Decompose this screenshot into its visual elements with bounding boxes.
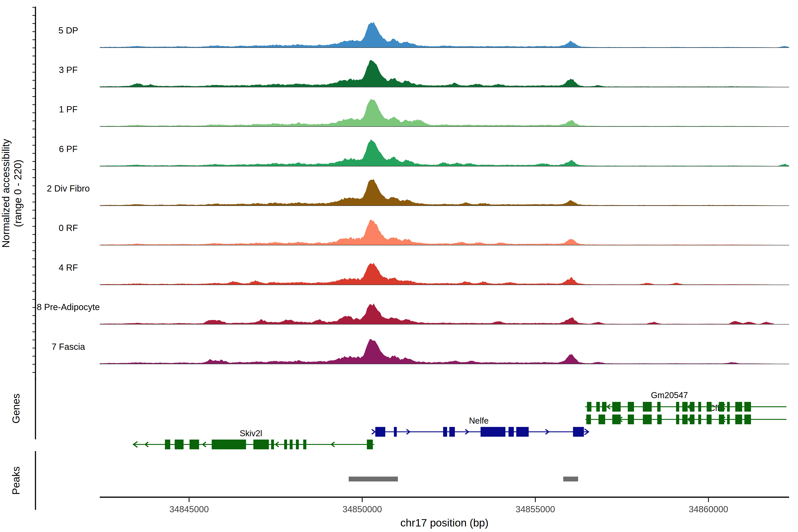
gene-exon-Cfb (586, 415, 591, 424)
x-axis-tick-label: 34855000 (516, 504, 555, 514)
y-axis-label-line1: Normalized accessibility (0, 139, 12, 248)
coverage-plot-figure: 5 DP3 PF1 PF6 PF2 Div Fibro0 RF4 RF8 Pre… (0, 0, 798, 532)
gene-exon-Cfb (657, 415, 662, 424)
gene-exon-Nelfe (509, 427, 514, 437)
gene-exon-Nelfe (516, 427, 529, 437)
x-axis-title: chr17 position (bp) (400, 517, 489, 529)
gene-exon-Skiv2l (296, 440, 299, 449)
gene-exon-Nelfe (449, 427, 455, 437)
gene-exon-Nelfe (443, 427, 447, 437)
gene-label: Nelfe (469, 416, 489, 425)
gene-exon-Cfb (744, 415, 751, 424)
gene-exon-Skiv2l (190, 440, 199, 449)
gene-exon-Gm20547 (587, 402, 591, 412)
gene-exon-Cfb (735, 415, 742, 424)
gene-exon-Skiv2l (175, 440, 184, 449)
track-label: 7 Fascia (52, 342, 85, 352)
gene-exon-Gm20547 (735, 402, 742, 412)
gene-exon-Cfb (727, 415, 730, 424)
gene-exon-Cfb (676, 415, 679, 424)
gene-exon-Skiv2l (303, 440, 306, 449)
x-axis-tick-label: 34845000 (169, 504, 209, 514)
gene-exon-Nelfe (375, 427, 385, 437)
gene-exon-Gm20547 (612, 402, 621, 412)
gene-exon-Skiv2l (212, 440, 246, 449)
track-label: 4 RF (59, 263, 78, 272)
coverage-area-track-4 (100, 179, 789, 206)
track-label: 0 RF (59, 223, 78, 233)
gene-exon-Cfb (707, 415, 711, 424)
gene-label: Skiv2l (240, 429, 262, 438)
coverage-area-track-3 (100, 139, 789, 167)
track-label: 5 DP (58, 25, 78, 35)
gene-exon-Gm20547 (676, 402, 679, 412)
x-axis-tick-label: 34850000 (342, 504, 382, 514)
coverage-area-track-1 (100, 60, 789, 87)
gene-exon-Gm20547 (682, 402, 688, 412)
track-label: 1 PF (59, 104, 78, 114)
peak-bar (563, 477, 578, 481)
gene-exon-Cfb (643, 415, 652, 424)
gene-exon-Cfb (682, 415, 688, 424)
x-axis-tick-label: 34860000 (689, 504, 728, 514)
coverage-area-track-2 (100, 99, 789, 127)
gene-exon-Nelfe (573, 427, 584, 437)
track-label: 6 PF (59, 144, 78, 154)
gene-exon-Gm20547 (690, 402, 695, 412)
gene-exon-Skiv2l (290, 440, 292, 449)
gene-exon-Gm20547 (698, 402, 701, 412)
gene-exon-Gm20547 (727, 402, 730, 412)
peak-bar (349, 477, 398, 481)
gene-exon-Cfb (628, 415, 634, 424)
gene-exon-Cfb (690, 415, 695, 424)
gene-exon-Gm20547 (657, 402, 661, 412)
gene-exon-Skiv2l (253, 440, 269, 449)
gene-exon-Gm20547 (643, 402, 652, 412)
gene-exon-Skiv2l (284, 440, 287, 449)
y-axis-label-line2: (range 0 - 220) (12, 159, 23, 227)
peaks-section-label: Peaks (10, 467, 22, 495)
gene-exon-Skiv2l (271, 440, 274, 449)
gene-exon-Gm20547 (628, 402, 634, 412)
gene-label: Gm20547 (651, 391, 688, 400)
track-label: 8 Pre-Adipocyte (37, 302, 100, 312)
gene-exon-Nelfe (394, 427, 397, 437)
gene-exon-Cfb (698, 415, 701, 424)
coverage-area-track-6 (100, 263, 789, 285)
coverage-area-track-0 (100, 22, 789, 48)
gene-exon-Cfb (598, 415, 605, 424)
track-label: 3 PF (59, 65, 78, 75)
gene-exon-Skiv2l (367, 440, 373, 449)
gene-strand-chevron (372, 430, 375, 434)
gene-exon-Skiv2l (165, 440, 170, 449)
coverage-area-track-5 (100, 220, 789, 245)
genes-section-label: Genes (10, 394, 22, 424)
coverage-area-track-7 (100, 303, 789, 324)
track-label: 2 Div Fibro (47, 184, 90, 193)
gene-exon-Gm20547 (744, 402, 751, 412)
gene-exon-Gm20547 (707, 402, 711, 412)
gene-exon-Gm20547 (596, 402, 600, 412)
genome-tracks-svg: 5 DP3 PF1 PF6 PF2 Div Fibro0 RF4 RF8 Pre… (0, 0, 798, 532)
gene-exon-Nelfe (480, 427, 506, 437)
coverage-area-track-8 (100, 339, 789, 364)
gene-exon-Gm20547 (602, 402, 607, 412)
